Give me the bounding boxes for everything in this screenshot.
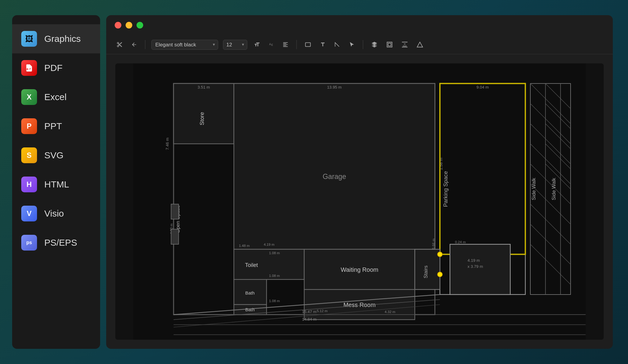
svg-text:9.04 m: 9.04 m — [477, 85, 489, 89]
excel-icon: X — [21, 89, 37, 105]
toolbar-divider-2 — [296, 40, 297, 49]
sidebar-item-visio[interactable]: V Visio — [12, 199, 100, 228]
main-area: Elegant soft black Arial Helvetica ▼ 12 … — [106, 15, 613, 349]
svg-text:Side Walk: Side Walk — [531, 177, 537, 200]
svg-point-55 — [437, 252, 443, 257]
font-size-wrapper: 12 8 10 14 16 18 ▼ — [223, 40, 247, 50]
rectangle-tool[interactable] — [303, 39, 313, 50]
svg-text:Parking Space: Parking Space — [443, 171, 449, 207]
svg-text:15.47 m: 15.47 m — [302, 309, 316, 314]
svg-marker-3 — [417, 42, 423, 47]
sidebar-item-html[interactable]: H HTML — [12, 170, 100, 199]
sidebar-item-pseps[interactable]: ps PS/EPS — [12, 228, 100, 257]
toolbar-divider-3 — [363, 40, 363, 49]
text-tool[interactable] — [318, 40, 328, 49]
graphics-icon: 🖼 — [21, 31, 37, 47]
svg-text:4.19 m: 4.19 m — [264, 243, 274, 246]
svg-text:Store: Store — [199, 112, 205, 125]
app-container: 🖼 Graphics PDF X Excel P PPT S SV — [0, 0, 628, 364]
svg-text:Toilet: Toilet — [245, 262, 258, 268]
svg-text:Bath: Bath — [245, 307, 255, 312]
svg-text:x 3.79 m: x 3.79 m — [468, 264, 483, 269]
sidebar-label-html: HTML — [44, 179, 69, 190]
font-name-select[interactable]: Elegant soft black Arial Helvetica — [151, 40, 218, 50]
sidebar-label-graphics: Graphics — [44, 34, 81, 44]
sidebar-label-visio: Visio — [44, 208, 64, 219]
svg-rect-52 — [450, 244, 510, 295]
frame-button[interactable] — [384, 39, 395, 50]
visio-icon: V — [21, 206, 37, 221]
increase-font-button[interactable] — [252, 40, 262, 49]
svg-text:Stairs: Stairs — [423, 265, 429, 278]
svg-text:4.19 m: 4.19 m — [468, 258, 480, 263]
svg-text:Side Walk: Side Walk — [551, 177, 557, 200]
pseps-icon: ps — [21, 235, 37, 251]
undo-button[interactable] — [129, 40, 139, 49]
svg-text:1.08 m: 1.08 m — [269, 251, 280, 255]
layers-button[interactable] — [369, 39, 380, 50]
align-button[interactable] — [281, 40, 290, 49]
sidebar-label-pdf: PDF — [44, 63, 62, 73]
maximize-button[interactable] — [137, 22, 143, 29]
svg-text:Garage: Garage — [323, 173, 346, 180]
svg-text:1.48 m: 1.48 m — [239, 244, 249, 248]
svg-text:5.12 m: 5.12 m — [317, 309, 327, 313]
html-icon: H — [21, 177, 37, 192]
decrease-font-button[interactable] — [267, 40, 276, 49]
minimize-button[interactable] — [126, 22, 132, 29]
sidebar-item-graphics[interactable]: 🖼 Graphics — [12, 24, 100, 53]
ppt-icon: P — [21, 118, 37, 134]
sidebar-label-excel: Excel — [44, 92, 66, 102]
svg-text:4.32 m: 4.32 m — [385, 310, 395, 314]
font-name-wrapper: Elegant soft black Arial Helvetica ▼ — [151, 40, 218, 50]
angle-tool[interactable] — [333, 40, 342, 49]
title-bar — [106, 15, 613, 35]
sidebar: 🖼 Graphics PDF X Excel P PPT S SV — [12, 15, 100, 349]
sidebar-item-ppt[interactable]: P PPT — [12, 112, 100, 141]
font-size-select[interactable]: 12 8 10 14 16 18 — [223, 40, 247, 50]
sidebar-item-svg[interactable]: S SVG — [12, 141, 100, 170]
pointer-tool[interactable] — [347, 40, 357, 49]
svg-rect-39 — [171, 204, 179, 219]
svg-text:13.95 m: 13.95 m — [327, 85, 342, 89]
svg-rect-1 — [387, 42, 392, 47]
svg-point-56 — [437, 272, 443, 277]
cut-button[interactable] — [115, 40, 124, 49]
sidebar-label-pseps: PS/EPS — [44, 238, 77, 248]
svg-rect-40 — [171, 229, 179, 244]
sidebar-label-ppt: PPT — [44, 121, 62, 131]
triangle-button[interactable] — [415, 39, 425, 50]
floor-plan-container[interactable]: Store 3.51 m 7.46 m Garage 13.95 m 1.58 … — [115, 63, 604, 340]
svg-icon: S — [21, 147, 37, 163]
svg-rect-2 — [388, 43, 391, 46]
svg-text:0.24 m: 0.24 m — [455, 240, 466, 244]
svg-text:14.84 m: 14.84 m — [302, 317, 316, 322]
svg-text:Bath: Bath — [245, 291, 255, 295]
close-button[interactable] — [115, 22, 121, 29]
svg-text:5.66 m: 5.66 m — [432, 238, 435, 249]
distribute-button[interactable] — [400, 39, 410, 50]
svg-text:1.08 m: 1.08 m — [269, 299, 280, 303]
canvas-area[interactable]: Store 3.51 m 7.46 m Garage 13.95 m 1.58 … — [106, 54, 613, 349]
svg-text:1.08 m: 1.08 m — [269, 274, 280, 278]
sidebar-item-pdf[interactable]: PDF — [12, 53, 100, 83]
svg-text:Waiting Room: Waiting Room — [341, 266, 378, 273]
svg-text:7.46 m: 7.46 m — [165, 138, 170, 150]
svg-text:3.51 m: 3.51 m — [198, 85, 210, 89]
svg-rect-10 — [234, 83, 435, 249]
floor-plan-svg: Store 3.51 m 7.46 m Garage 13.95 m 1.58 … — [115, 63, 604, 340]
toolbar-divider-1 — [145, 40, 145, 49]
sidebar-label-svg: SVG — [44, 150, 63, 160]
toolbar: Elegant soft black Arial Helvetica ▼ 12 … — [106, 35, 613, 54]
pdf-icon — [21, 60, 37, 76]
sidebar-item-excel[interactable]: X Excel — [12, 83, 100, 112]
svg-rect-0 — [306, 43, 311, 47]
